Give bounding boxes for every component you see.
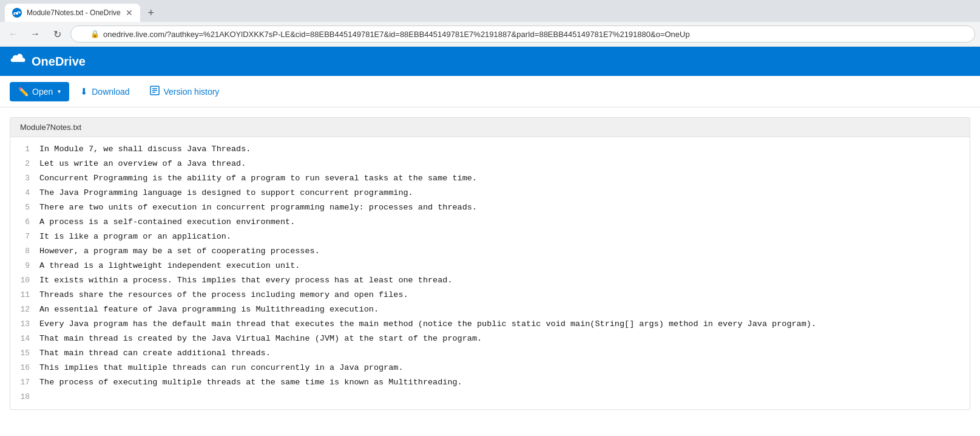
reload-button[interactable]: ↻ xyxy=(49,26,66,43)
version-history-icon xyxy=(149,85,160,98)
line-text: There are two units of execution in conc… xyxy=(39,200,477,215)
url-text: onedrive.live.com/?authkey=%21AKOYlDXKK7… xyxy=(103,30,690,39)
download-label: Download xyxy=(92,87,129,97)
line-text: It is like a program or an application. xyxy=(39,230,231,244)
line-number: 8 xyxy=(10,244,39,259)
file-line: 16This implies that multiple threads can… xyxy=(10,361,970,375)
line-text: Let us write an overview of a Java threa… xyxy=(39,157,246,171)
line-number: 14 xyxy=(10,332,39,346)
lock-icon: 🔒 xyxy=(90,30,100,38)
download-icon: ⬇ xyxy=(80,86,88,97)
file-content: 1In Module 7, we shall discuss Java Thre… xyxy=(10,137,970,409)
file-line: 2Let us write an overview of a Java thre… xyxy=(10,157,970,171)
file-line: 10It exists within a process. This impli… xyxy=(10,273,970,288)
line-number: 13 xyxy=(10,317,39,332)
line-number: 6 xyxy=(10,215,39,230)
url-bar[interactable]: 🔒 onedrive.live.com/?authkey=%21AKOYlDXK… xyxy=(70,26,975,43)
line-number: 18 xyxy=(10,390,39,404)
line-text: Every Java program has the default main … xyxy=(39,317,816,332)
file-line: 3Concurrent Programming is the ability o… xyxy=(10,171,970,186)
line-text: An essential feature of Java programming… xyxy=(39,302,379,317)
line-number: 7 xyxy=(10,230,39,244)
file-line: 11Threads share the resources of the pro… xyxy=(10,288,970,302)
active-tab[interactable]: Module7Notes.txt - OneDrive ✕ xyxy=(5,4,140,22)
line-number: 15 xyxy=(10,346,39,361)
browser-chrome: Module7Notes.txt - OneDrive ✕ + ← → ↻ 🔒 … xyxy=(0,0,980,47)
line-number: 4 xyxy=(10,186,39,200)
file-line: 8However, a program may be a set of coop… xyxy=(10,244,970,259)
file-line: 1In Module 7, we shall discuss Java Thre… xyxy=(10,142,970,157)
version-history-label: Version history xyxy=(164,87,220,97)
file-line: 17The process of executing multiple thre… xyxy=(10,375,970,390)
onedrive-title: OneDrive xyxy=(32,55,86,69)
file-line: 5There are two units of execution in con… xyxy=(10,200,970,215)
file-viewer: Module7Notes.txt 1In Module 7, we shall … xyxy=(10,117,970,410)
new-tab-button[interactable]: + xyxy=(143,4,160,21)
file-line: 9A thread is a lightweight independent e… xyxy=(10,259,970,273)
line-text: However, a program may be a set of coope… xyxy=(39,244,320,259)
file-line: 13Every Java program has the default mai… xyxy=(10,317,970,332)
file-line: 7It is like a program or an application. xyxy=(10,230,970,244)
toolbar: ✏️ Open ▾ ⬇ Download Version history xyxy=(0,76,980,107)
svg-point-1 xyxy=(16,13,19,15)
line-text: A process is a self-contained execution … xyxy=(39,215,295,230)
tab-favicon xyxy=(12,8,22,18)
line-text: That main thread can create additional t… xyxy=(39,346,271,361)
line-number: 2 xyxy=(10,157,39,171)
file-title-bar: Module7Notes.txt xyxy=(10,118,970,137)
address-bar: ← → ↻ 🔒 onedrive.live.com/?authkey=%21AK… xyxy=(0,22,980,46)
line-number: 11 xyxy=(10,288,39,302)
file-line: 4The Java Programming language is design… xyxy=(10,186,970,200)
file-line: 14That main thread is created by the Jav… xyxy=(10,332,970,346)
pencil-icon: ✏️ xyxy=(18,87,29,97)
onedrive-logo: OneDrive xyxy=(10,53,86,69)
file-line: 15That main thread can create additional… xyxy=(10,346,970,361)
line-text: In Module 7, we shall discuss Java Threa… xyxy=(39,142,251,157)
line-number: 16 xyxy=(10,361,39,375)
line-text: Threads share the resources of the proce… xyxy=(39,288,408,302)
open-dropdown-arrow: ▾ xyxy=(58,88,61,95)
line-text: The process of executing multiple thread… xyxy=(39,375,462,390)
open-button[interactable]: ✏️ Open ▾ xyxy=(10,82,69,101)
file-line: 6A process is a self-contained execution… xyxy=(10,215,970,230)
line-number: 10 xyxy=(10,273,39,288)
file-line: 18 xyxy=(10,390,970,404)
forward-button[interactable]: → xyxy=(27,26,44,43)
svg-point-0 xyxy=(13,13,15,15)
line-number: 17 xyxy=(10,375,39,390)
line-text: This implies that multiple threads can r… xyxy=(39,361,404,375)
file-line: 12An essential feature of Java programmi… xyxy=(10,302,970,317)
line-text: A thread is a lightweight independent ex… xyxy=(39,259,300,273)
line-text: That main thread is created by the Java … xyxy=(39,332,482,346)
line-number: 3 xyxy=(10,171,39,186)
line-text: The Java Programming language is designe… xyxy=(39,186,413,200)
line-text: It exists within a process. This implies… xyxy=(39,273,453,288)
open-button-label: Open xyxy=(32,87,53,97)
download-button[interactable]: ⬇ Download xyxy=(72,81,138,102)
onedrive-header: OneDrive xyxy=(0,47,980,76)
line-number: 1 xyxy=(10,142,39,157)
back-button[interactable]: ← xyxy=(5,26,22,43)
version-history-button[interactable]: Version history xyxy=(141,80,228,103)
tab-bar: Module7Notes.txt - OneDrive ✕ + xyxy=(0,0,980,22)
tab-title: Module7Notes.txt - OneDrive xyxy=(27,9,121,17)
line-number: 5 xyxy=(10,200,39,215)
tab-close-button[interactable]: ✕ xyxy=(126,9,133,17)
line-text: Concurrent Programming is the ability of… xyxy=(39,171,477,186)
onedrive-cloud-icon xyxy=(10,53,27,69)
line-number: 9 xyxy=(10,259,39,273)
file-name: Module7Notes.txt xyxy=(20,123,81,132)
line-number: 12 xyxy=(10,302,39,317)
svg-point-2 xyxy=(19,12,21,13)
